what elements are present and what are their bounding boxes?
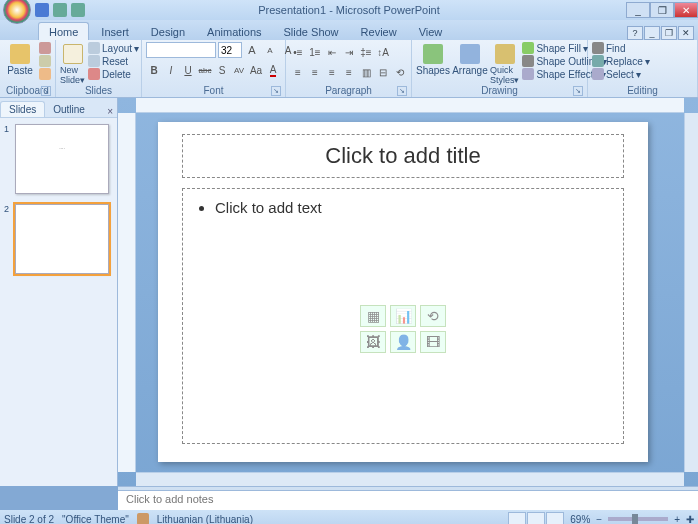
clipboard-launcher[interactable]: ↘ bbox=[41, 86, 51, 96]
numbering-button[interactable]: 1≡ bbox=[307, 44, 323, 60]
decrease-indent-button[interactable]: ⇤ bbox=[324, 44, 340, 60]
smartart-button[interactable]: ⟲ bbox=[392, 64, 408, 80]
thumb-slide[interactable] bbox=[15, 204, 109, 274]
tab-view[interactable]: View bbox=[409, 23, 453, 40]
group-editing: Find Replace▾ Select▾ Editing bbox=[588, 40, 698, 97]
tab-slideshow[interactable]: Slide Show bbox=[274, 23, 349, 40]
notes-pane[interactable]: Click to add notes bbox=[118, 490, 698, 510]
thumbnail-list: 1 ···· 2 bbox=[0, 118, 117, 486]
font-color-button[interactable]: A bbox=[265, 62, 281, 78]
office-button[interactable] bbox=[3, 0, 31, 24]
status-language[interactable]: Lithuanian (Lithuania) bbox=[157, 514, 253, 525]
paragraph-launcher[interactable]: ↘ bbox=[397, 86, 407, 96]
normal-view-button[interactable] bbox=[508, 512, 526, 524]
new-slide-button[interactable]: NewSlide▾ bbox=[60, 42, 85, 85]
tab-insert[interactable]: Insert bbox=[91, 23, 139, 40]
tab-animations[interactable]: Animations bbox=[197, 23, 271, 40]
insert-table-icon[interactable]: ▦ bbox=[360, 305, 386, 327]
font-name-combo[interactable] bbox=[146, 42, 216, 58]
align-right-button[interactable]: ≡ bbox=[324, 64, 340, 80]
bold-button[interactable]: B bbox=[146, 62, 162, 78]
zoom-in-button[interactable]: + bbox=[674, 514, 680, 525]
bullets-button[interactable]: •≡ bbox=[290, 44, 306, 60]
panel-close-button[interactable]: × bbox=[103, 106, 117, 117]
doc-minimize-button[interactable]: _ bbox=[644, 26, 660, 40]
fit-to-window-button[interactable]: ✚ bbox=[686, 514, 694, 525]
font-size-combo[interactable]: 32 bbox=[218, 42, 242, 58]
insert-picture-icon[interactable]: 🖼 bbox=[360, 331, 386, 353]
maximize-button[interactable]: ❐ bbox=[650, 2, 674, 18]
replace-button[interactable]: Replace▾ bbox=[592, 55, 650, 67]
zoom-level[interactable]: 69% bbox=[570, 514, 590, 525]
text-direction-button[interactable]: ↕A bbox=[375, 44, 391, 60]
insert-media-icon[interactable]: 🎞 bbox=[420, 331, 446, 353]
select-button[interactable]: Select▾ bbox=[592, 68, 650, 80]
columns-button[interactable]: ▥ bbox=[358, 64, 374, 80]
doc-restore-button[interactable]: ❐ bbox=[661, 26, 677, 40]
sorter-view-button[interactable] bbox=[527, 512, 545, 524]
justify-button[interactable]: ≡ bbox=[341, 64, 357, 80]
reset-button[interactable]: Reset bbox=[88, 55, 139, 67]
shrink-font-button[interactable]: A bbox=[262, 42, 278, 58]
shape-effects-icon bbox=[522, 68, 534, 80]
horizontal-ruler[interactable] bbox=[136, 98, 684, 113]
thumbnail-2[interactable]: 2 bbox=[4, 204, 113, 274]
vertical-ruler[interactable] bbox=[118, 113, 136, 472]
spellcheck-icon[interactable] bbox=[137, 513, 149, 524]
window-title: Presentation1 - Microsoft PowerPoint bbox=[258, 4, 440, 16]
drawing-launcher[interactable]: ↘ bbox=[573, 86, 583, 96]
minimize-button[interactable]: _ bbox=[626, 2, 650, 18]
slides-panel: Slides Outline × 1 ···· 2 bbox=[0, 98, 118, 486]
quick-styles-button[interactable]: QuickStyles▾ bbox=[490, 42, 520, 85]
insert-smartart-icon[interactable]: ⟲ bbox=[420, 305, 446, 327]
doc-close-button[interactable]: ✕ bbox=[678, 26, 694, 40]
font-launcher[interactable]: ↘ bbox=[271, 86, 281, 96]
view-buttons bbox=[508, 512, 564, 524]
panel-tab-outline[interactable]: Outline bbox=[45, 102, 93, 117]
vertical-scrollbar[interactable] bbox=[684, 113, 698, 472]
arrange-button[interactable]: Arrange bbox=[453, 42, 487, 76]
grow-font-button[interactable]: A bbox=[244, 42, 260, 58]
tab-home[interactable]: Home bbox=[38, 22, 89, 40]
shadow-button[interactable]: S bbox=[214, 62, 230, 78]
save-icon[interactable] bbox=[35, 3, 49, 17]
find-button[interactable]: Find bbox=[592, 42, 650, 54]
change-case-button[interactable]: Aa bbox=[248, 62, 264, 78]
align-left-button[interactable]: ≡ bbox=[290, 64, 306, 80]
close-button[interactable]: ✕ bbox=[674, 2, 698, 18]
content-placeholder[interactable]: Click to add text ▦ 📊 ⟲ 🖼 👤 🎞 bbox=[182, 188, 624, 444]
panel-tab-slides[interactable]: Slides bbox=[0, 101, 45, 117]
slideshow-view-button[interactable] bbox=[546, 512, 564, 524]
copy-button[interactable] bbox=[39, 55, 51, 67]
slide-canvas[interactable]: Click to add title Click to add text ▦ 📊… bbox=[158, 122, 648, 462]
underline-button[interactable]: U bbox=[180, 62, 196, 78]
format-painter-button[interactable] bbox=[39, 68, 51, 80]
layout-button[interactable]: Layout▾ bbox=[88, 42, 139, 54]
shapes-button[interactable]: Shapes bbox=[416, 42, 450, 76]
redo-icon[interactable] bbox=[71, 3, 85, 17]
align-center-button[interactable]: ≡ bbox=[307, 64, 323, 80]
delete-button[interactable]: Delete bbox=[88, 68, 139, 80]
thumbnail-1[interactable]: 1 ···· bbox=[4, 124, 113, 194]
increase-indent-button[interactable]: ⇥ bbox=[341, 44, 357, 60]
char-spacing-button[interactable]: AV bbox=[231, 62, 247, 78]
horizontal-scrollbar[interactable] bbox=[136, 472, 684, 486]
thumb-slide[interactable]: ···· bbox=[15, 124, 109, 194]
tab-design[interactable]: Design bbox=[141, 23, 195, 40]
title-placeholder[interactable]: Click to add title bbox=[182, 134, 624, 178]
strikethrough-button[interactable]: abc bbox=[197, 62, 213, 78]
thumb-number: 2 bbox=[4, 204, 12, 274]
align-text-button[interactable]: ⊟ bbox=[375, 64, 391, 80]
status-bar: Slide 2 of 2 "Office Theme" Lithuanian (… bbox=[0, 510, 698, 524]
undo-icon[interactable] bbox=[53, 3, 67, 17]
zoom-slider[interactable] bbox=[608, 517, 668, 521]
line-spacing-button[interactable]: ‡≡ bbox=[358, 44, 374, 60]
zoom-out-button[interactable]: − bbox=[596, 514, 602, 525]
paste-button[interactable]: Paste bbox=[4, 42, 36, 76]
insert-chart-icon[interactable]: 📊 bbox=[390, 305, 416, 327]
help-button[interactable]: ? bbox=[627, 26, 643, 40]
cut-button[interactable] bbox=[39, 42, 51, 54]
tab-review[interactable]: Review bbox=[351, 23, 407, 40]
insert-clipart-icon[interactable]: 👤 bbox=[390, 331, 416, 353]
italic-button[interactable]: I bbox=[163, 62, 179, 78]
